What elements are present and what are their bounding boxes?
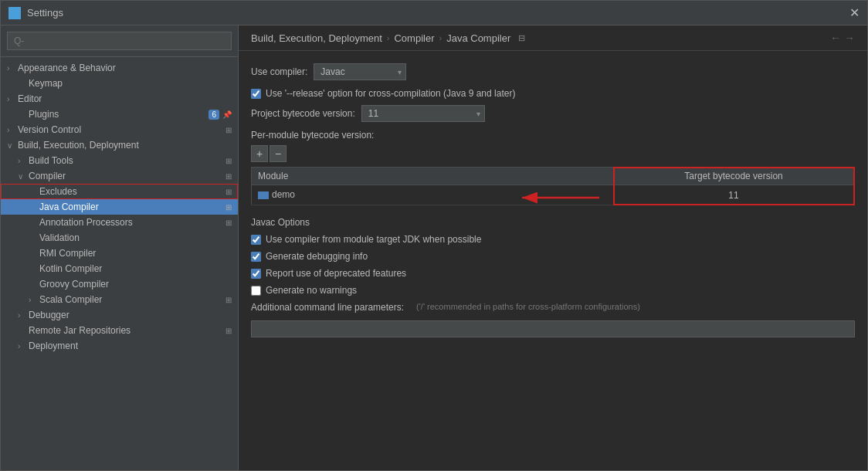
- sidebar-item-kotlin-compiler[interactable]: Kotlin Compiler: [1, 261, 238, 276]
- sidebar-item-version-control[interactable]: › Version Control ⊞: [1, 122, 238, 137]
- release-option-checkbox[interactable]: [251, 89, 261, 99]
- sidebar-item-plugins[interactable]: Plugins 6 📌: [1, 107, 238, 122]
- sidebar-item-label: Version Control: [18, 124, 222, 135]
- breadcrumb-part-2: Compiler: [394, 32, 434, 44]
- svg-rect-0: [10, 8, 14, 12]
- pin-icon: ⊞: [225, 172, 232, 181]
- nav-arrows: ← →: [830, 32, 855, 44]
- col-module: Module: [252, 168, 614, 185]
- col-target-version: Target bytecode version: [613, 168, 854, 185]
- app-icon: [8, 7, 21, 19]
- sidebar-item-debugger[interactable]: › Debugger: [1, 307, 238, 323]
- arrow-icon: ›: [18, 157, 29, 165]
- main-content: Use compiler: Javac Eclipse Ajc Use '--r…: [239, 51, 867, 470]
- javac-option-1-label: Generate debugging info: [266, 251, 368, 262]
- close-button[interactable]: ✕: [849, 5, 860, 20]
- bytecode-version-select[interactable]: 11 8 17: [361, 105, 485, 122]
- sidebar-item-label: Editor: [18, 93, 232, 104]
- sidebar-item-annotation-processors[interactable]: Annotation Processors ⊞: [1, 215, 238, 230]
- pin-icon: 📌: [222, 110, 232, 119]
- javac-option-1-checkbox[interactable]: [251, 252, 261, 262]
- sidebar-item-groovy-compiler[interactable]: Groovy Compiler: [1, 276, 238, 292]
- nav-forward-arrow[interactable]: →: [844, 32, 855, 44]
- nav-back-arrow[interactable]: ←: [830, 32, 841, 44]
- pin-icon: ⊞: [225, 157, 232, 165]
- expand-arrow-icon: ∨: [18, 172, 29, 181]
- breadcrumb-part-3: Java Compiler: [446, 32, 510, 44]
- bytecode-version-label: Project bytecode version:: [251, 108, 355, 119]
- release-option-label: Use '--release' option for cross-compila…: [266, 88, 515, 99]
- arrow-icon: ›: [7, 95, 18, 103]
- arrow-icon: ›: [7, 126, 18, 134]
- pin-icon: ⊞: [225, 203, 232, 212]
- sidebar-item-deployment[interactable]: › Deployment: [1, 338, 238, 354]
- javac-option-0-label: Use compiler from module target JDK when…: [266, 234, 481, 245]
- sidebar-item-label: Debugger: [29, 310, 232, 320]
- breadcrumb: Build, Execution, Deployment › Compiler …: [251, 32, 525, 44]
- sidebar-tree: › Appearance & Behavior Keymap › Editor …: [1, 57, 238, 470]
- javac-option-0-checkbox[interactable]: [251, 235, 261, 245]
- sidebar-item-compiler[interactable]: ∨ Compiler ⊞: [1, 168, 238, 184]
- sidebar-item-label: Keymap: [29, 78, 232, 89]
- additional-params-label: Additional command line parameters:: [251, 302, 404, 313]
- sidebar-item-editor[interactable]: › Editor: [1, 91, 238, 107]
- module-icon: demo: [258, 189, 295, 200]
- arrow-icon: ›: [7, 64, 18, 73]
- add-row-button[interactable]: +: [251, 145, 268, 162]
- sidebar-item-label: RMI Compiler: [39, 248, 232, 259]
- javac-options-title: Javac Options: [251, 217, 855, 228]
- javac-option-2-checkbox[interactable]: [251, 269, 261, 279]
- javac-option-3-label: Generate no warnings: [266, 285, 357, 296]
- main-header: Build, Execution, Deployment › Compiler …: [239, 25, 867, 51]
- additional-params-row: Additional command line parameters: ('/'…: [251, 302, 855, 313]
- release-option-row: Use '--release' option for cross-compila…: [251, 88, 855, 99]
- sidebar-item-validation[interactable]: Validation: [1, 230, 238, 246]
- sidebar-item-build-execution[interactable]: ∨ Build, Execution, Deployment: [1, 137, 238, 153]
- search-input[interactable]: [7, 32, 232, 50]
- pin-icon: ⊞: [225, 296, 232, 304]
- module-version-cell: 11: [613, 185, 854, 205]
- bytecode-version-select-wrapper: 11 8 17: [361, 105, 485, 122]
- javac-option-3-checkbox[interactable]: [251, 286, 261, 296]
- table-row: demo 11: [252, 185, 855, 205]
- sidebar-item-label: Compiler: [29, 171, 222, 181]
- arrow-icon: ›: [18, 311, 29, 320]
- additional-params-input[interactable]: [251, 320, 855, 337]
- sidebar-search-container: [1, 25, 238, 57]
- table-container: Module Target bytecode version de: [251, 167, 855, 205]
- sidebar-item-rmi-compiler[interactable]: RMI Compiler: [1, 246, 238, 261]
- module-name-cell: demo: [252, 185, 614, 205]
- main-panel: Build, Execution, Deployment › Compiler …: [239, 25, 867, 470]
- pin-icon: ⊞: [225, 188, 232, 196]
- sidebar-item-build-tools[interactable]: › Build Tools ⊞: [1, 153, 238, 168]
- sidebar-item-label: Validation: [39, 232, 232, 243]
- sidebar-item-scala-compiler[interactable]: › Scala Compiler ⊞: [1, 292, 238, 307]
- use-compiler-select[interactable]: Javac Eclipse Ajc: [314, 63, 406, 80]
- sidebar-item-label: Build Tools: [29, 155, 222, 166]
- pin-icon: ⊞: [225, 219, 232, 227]
- breadcrumb-part-1: Build, Execution, Deployment: [251, 32, 382, 44]
- sidebar-item-label: Java Compiler: [39, 202, 222, 212]
- use-compiler-select-wrapper: Javac Eclipse Ajc: [314, 63, 406, 80]
- breadcrumb-pin-icon[interactable]: ⊟: [518, 33, 525, 43]
- pin-icon: ⊞: [225, 327, 232, 335]
- sidebar-item-appearance[interactable]: › Appearance & Behavior: [1, 60, 238, 76]
- breadcrumb-sep-2: ›: [439, 33, 442, 42]
- remove-row-button[interactable]: −: [270, 145, 287, 162]
- sidebar-item-keymap[interactable]: Keymap: [1, 76, 238, 91]
- sidebar-item-java-compiler[interactable]: Java Compiler ⊞: [1, 199, 238, 215]
- settings-window: Settings ✕ › Appearance & Behavior Keyma…: [0, 0, 868, 471]
- toolbar-buttons: + −: [251, 145, 855, 162]
- title-bar-left: Settings: [8, 7, 63, 19]
- sidebar: › Appearance & Behavior Keymap › Editor …: [1, 25, 239, 470]
- svg-rect-3: [15, 14, 19, 18]
- sidebar-item-excludes[interactable]: Excludes ⊞: [1, 184, 238, 199]
- javac-option-row-2: Report use of deprecated features: [251, 268, 855, 279]
- javac-option-row-1: Generate debugging info: [251, 251, 855, 262]
- javac-option-2-label: Report use of deprecated features: [266, 268, 406, 279]
- sidebar-item-remote-jar[interactable]: Remote Jar Repositories ⊞: [1, 323, 238, 338]
- sidebar-item-label: Appearance & Behavior: [18, 63, 232, 73]
- sidebar-item-label: Annotation Processors: [39, 217, 222, 228]
- module-icon-box: [258, 191, 269, 199]
- sidebar-item-label: Deployment: [29, 341, 232, 351]
